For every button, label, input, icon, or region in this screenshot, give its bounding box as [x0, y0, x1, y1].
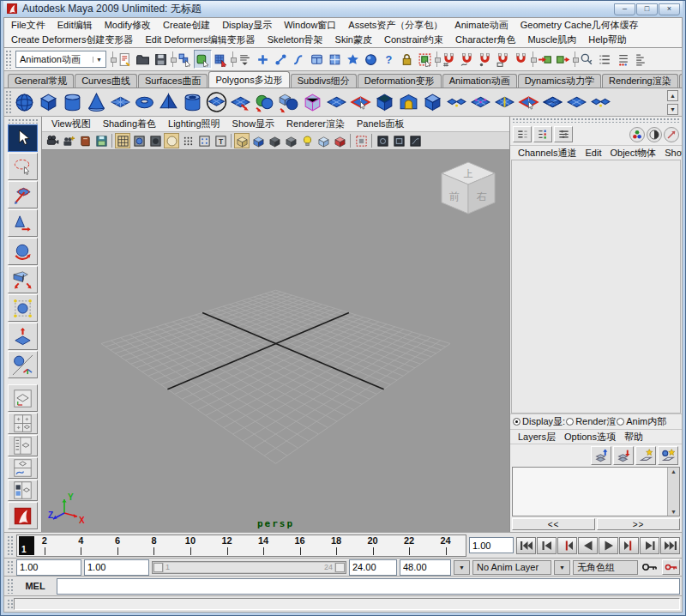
playback-start-input[interactable]: [84, 559, 149, 576]
select-object-icon[interactable]: [194, 50, 212, 69]
right-panel-drag-handle[interactable]: [512, 118, 680, 123]
toolbar-separator[interactable]: [530, 50, 536, 69]
camera-attributes-icon[interactable]: [61, 133, 76, 148]
auto-keyframe-toggle[interactable]: [662, 559, 680, 575]
shelf-tab[interactable]: Curves曲线: [75, 74, 137, 88]
menu-set-selector[interactable]: Animation动画 ▼: [15, 51, 106, 68]
command-line-drag-handle[interactable]: [7, 578, 13, 594]
shelf-tab[interactable]: Surfaces曲面: [138, 74, 208, 88]
help-line-drag-handle[interactable]: [7, 599, 13, 609]
channel-manip-mode-icon[interactable]: [533, 126, 552, 142]
paint-selection-tool[interactable]: [8, 181, 38, 208]
mask-dynamics-icon[interactable]: [344, 50, 362, 69]
channel-contrast-icon[interactable]: [647, 127, 662, 142]
points-display-icon[interactable]: [180, 133, 196, 148]
input-connections-icon[interactable]: [536, 50, 554, 69]
textured-display-icon[interactable]: [316, 133, 331, 148]
layout-single-pane-button[interactable]: [8, 384, 38, 412]
field-chart-icon[interactable]: [375, 133, 390, 148]
range-end-handle[interactable]: [335, 563, 345, 572]
mask-curves-icon[interactable]: [290, 50, 308, 69]
poly-pyramid-icon[interactable]: [156, 90, 180, 114]
scroll-up-icon[interactable]: ▲: [671, 468, 677, 474]
menu-item[interactable]: Display显示: [222, 19, 279, 32]
menu-item[interactable]: Help帮助: [588, 33, 634, 46]
play-backwards-button[interactable]: [578, 537, 598, 554]
layer-list-scrollbar[interactable]: ▲ ▼: [667, 468, 679, 516]
xray-icon[interactable]: [234, 133, 250, 148]
menu-item[interactable]: Edit Deformers编辑变形器: [145, 33, 262, 46]
channel-speed-mode-icon[interactable]: [554, 126, 573, 142]
curve-display-icon[interactable]: [407, 133, 423, 148]
use-all-lights-icon[interactable]: [299, 133, 315, 148]
toolbar-separator[interactable]: [434, 50, 440, 69]
channel-box-toggle-icon[interactable]: [632, 50, 650, 69]
mel-label[interactable]: MEL: [17, 581, 53, 591]
isolate-select-icon[interactable]: [353, 133, 369, 148]
frame-ruler[interactable]: 1 24681012141618202224: [16, 534, 466, 557]
create-layer-assign-icon[interactable]: [658, 446, 678, 465]
toolbar-separator[interactable]: [170, 50, 176, 69]
mask-misc-icon[interactable]: ?: [380, 50, 398, 69]
anim-layer-menu-button[interactable]: ▼: [454, 560, 470, 575]
bookmark-icon[interactable]: [77, 133, 93, 148]
layer-mode-radio[interactable]: Anim内部: [617, 415, 666, 428]
set-key-icon[interactable]: [641, 559, 659, 575]
close-button[interactable]: ×: [659, 3, 680, 15]
bounding-box-icon[interactable]: [147, 133, 163, 148]
last-tool-used[interactable]: [8, 351, 38, 378]
go-to-end-button[interactable]: [660, 537, 680, 554]
menu-item[interactable]: Edit编辑: [57, 19, 99, 32]
flat-shade-icon[interactable]: [164, 133, 179, 148]
menu-item[interactable]: Muscle肌肉: [527, 33, 583, 46]
animation-end-input[interactable]: [400, 559, 451, 576]
view-cube-top-label[interactable]: 上: [464, 168, 473, 178]
create-empty-layer-icon[interactable]: [635, 446, 656, 465]
mirror-geometry-icon[interactable]: [300, 90, 324, 114]
shelf-tab[interactable]: Subdivs细分: [291, 74, 357, 88]
playback-end-input[interactable]: [349, 559, 397, 576]
step-forward-frame-button[interactable]: [640, 537, 659, 554]
bridge-icon[interactable]: [396, 90, 420, 114]
shelf-tab[interactable]: Polygons多边形: [208, 71, 289, 88]
poly-cube-icon[interactable]: [36, 90, 60, 114]
menu-item[interactable]: Skeleton骨架: [268, 33, 330, 46]
layer-list[interactable]: ▲ ▼: [512, 467, 680, 516]
mask-handles-icon[interactable]: [272, 50, 290, 69]
current-time-input[interactable]: [469, 537, 514, 553]
mask-points-icon[interactable]: [254, 50, 272, 69]
menu-item[interactable]: Constrain约束: [384, 33, 450, 46]
highlight-selection-icon[interactable]: [416, 50, 434, 69]
time-slider-drag-handle[interactable]: [7, 535, 13, 555]
shelf-tab[interactable]: General常规: [8, 74, 74, 88]
move-layer-down-icon[interactable]: [613, 446, 634, 465]
merge-vertex-tool-icon[interactable]: [468, 90, 492, 114]
move-layer-up-icon[interactable]: [591, 446, 611, 465]
hypergraph-input-icon[interactable]: [578, 50, 596, 69]
layer-editor-menu-item[interactable]: 帮助: [620, 431, 647, 444]
select-tool[interactable]: [8, 124, 38, 152]
snap-grid-icon[interactable]: [440, 50, 458, 69]
shelf-tab[interactable]: Deformation变形: [358, 74, 442, 88]
poly-platonic-icon[interactable]: [204, 90, 228, 114]
menu-item[interactable]: Skin蒙皮: [335, 33, 379, 46]
poly-cone-icon[interactable]: [84, 90, 108, 114]
scroll-down-icon[interactable]: ▼: [671, 509, 677, 515]
smooth-icon[interactable]: [324, 90, 348, 114]
channel-box-menu-item[interactable]: Edit: [581, 148, 605, 158]
poly-torus-icon[interactable]: [132, 90, 156, 114]
playback-range-track[interactable]: 1 24: [152, 561, 346, 574]
menu-item[interactable]: File文件: [11, 19, 52, 32]
view-cube-right-label[interactable]: 右: [476, 190, 487, 202]
layer-mode-radio[interactable]: Render渲: [566, 415, 616, 428]
channel-box-menu-item[interactable]: Object物体: [605, 147, 660, 160]
offset-edge-loop-icon[interactable]: [516, 90, 540, 114]
animation-start-input[interactable]: [16, 559, 81, 576]
poly-pipe-icon[interactable]: [180, 90, 204, 114]
attribute-editor-toggle-icon[interactable]: [596, 50, 614, 69]
tool-settings-toggle-icon[interactable]: [614, 50, 632, 69]
poly-cylinder-icon[interactable]: [60, 90, 84, 114]
snap-point-icon[interactable]: [476, 50, 494, 69]
menu-item[interactable]: Animate动画: [454, 19, 514, 32]
open-scene-icon[interactable]: [134, 50, 152, 69]
